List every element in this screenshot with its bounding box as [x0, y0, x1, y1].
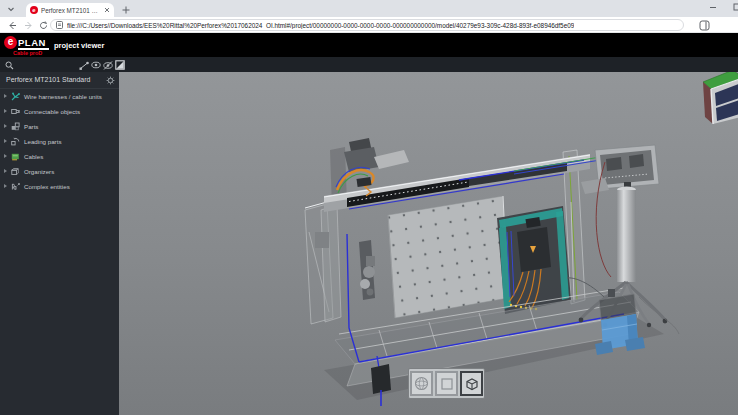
- new-tab-button[interactable]: [120, 4, 131, 15]
- reload-icon: [39, 21, 48, 30]
- eplan-logo-subtitle: Cable proD: [13, 50, 42, 56]
- leading-parts-icon: [11, 137, 20, 146]
- window-minimize-button[interactable]: [706, 1, 720, 13]
- sidebar-item-label: Wire harnesses / cable units: [24, 93, 102, 100]
- corner-cabinet: [703, 72, 738, 124]
- project-structure-panel: Perforex MT2101 Standard Wire harnesses …: [0, 72, 119, 415]
- search-button[interactable]: [4, 60, 14, 70]
- main-area: Perforex MT2101 Standard Wire harnesses …: [0, 72, 738, 415]
- isometric-view-button[interactable]: [460, 371, 483, 396]
- sidebar-item-label: Leading parts: [24, 138, 62, 145]
- view-mode-buttons: [408, 368, 485, 399]
- measure-button[interactable]: [79, 60, 89, 70]
- wire-harness-icon: [11, 92, 20, 101]
- machine-3d-scene: [119, 72, 738, 415]
- connectable-objects-icon: [11, 107, 20, 116]
- chevron-right-icon[interactable]: [4, 109, 7, 113]
- tab-title: Perforex MT2101 Standard: [41, 7, 101, 14]
- forward-arrow-icon: [24, 21, 33, 30]
- eplan-logo-e-icon: e: [4, 36, 17, 49]
- reload-button[interactable]: [37, 19, 49, 31]
- hide-all-button[interactable]: [103, 60, 113, 70]
- sidebar-item-leading-parts[interactable]: Leading parts: [0, 134, 119, 149]
- chevron-right-icon[interactable]: [4, 94, 7, 98]
- sidebar-item-label: Connectable objects: [24, 108, 80, 115]
- project-title-row: Perforex MT2101 Standard: [0, 72, 119, 89]
- sidebar-item-cables[interactable]: Cables: [0, 149, 119, 164]
- eplan-logo: e PLAN Cable proD: [4, 36, 52, 55]
- perspective-view-button[interactable]: [410, 371, 433, 396]
- sidebar-item-label: Parts: [24, 123, 38, 130]
- project-title: Perforex MT2101 Standard: [6, 76, 90, 83]
- tab-search-button[interactable]: [5, 3, 17, 15]
- sidebar-item-label: Complex entities: [24, 183, 70, 190]
- spindle-assembly: [359, 240, 375, 300]
- fit-view-icon: [115, 60, 125, 70]
- eplan-logo-text: PLAN: [18, 37, 46, 48]
- browser-tab-strip: e Perforex MT2101 Standard: [0, 0, 738, 17]
- electrical-cabinet: [497, 206, 571, 314]
- hide-all-icon: [103, 61, 113, 70]
- chevron-right-icon[interactable]: [4, 154, 7, 158]
- chevron-down-icon: [7, 5, 15, 13]
- eplan-favicon-icon: e: [30, 6, 38, 14]
- sidebar-item-organizers[interactable]: Organizers: [0, 164, 119, 179]
- organizers-icon: [11, 167, 20, 176]
- cables-icon: [11, 152, 20, 161]
- measure-icon: [79, 60, 89, 70]
- search-icon: [5, 61, 14, 70]
- complex-entities-icon: [11, 182, 20, 191]
- browser-toolbar: file:///C:/Users//Downloads/EES%20Rittal…: [0, 17, 738, 33]
- viewer-toolbar: [0, 57, 738, 72]
- url-text: file:///C:/Users//Downloads/EES%20Rittal…: [67, 22, 574, 29]
- address-bar[interactable]: file:///C:/Users//Downloads/EES%20Rittal…: [50, 19, 684, 31]
- sidebar-item-label: Cables: [24, 153, 43, 160]
- chevron-right-icon[interactable]: [4, 169, 7, 173]
- orthographic-view-button[interactable]: [435, 371, 458, 396]
- page-info-icon[interactable]: [56, 21, 63, 29]
- sidebar-item-complex-entities[interactable]: Complex entities: [0, 179, 119, 194]
- forward-button[interactable]: [22, 19, 34, 31]
- chevron-right-icon[interactable]: [4, 124, 7, 128]
- mounting-plate: [388, 196, 508, 318]
- sphere-view-icon: [414, 376, 429, 391]
- app-title: project viewer: [54, 41, 104, 50]
- side-panel-icon[interactable]: [699, 20, 710, 31]
- minimize-icon: [709, 3, 717, 11]
- browser-tab[interactable]: e Perforex MT2101 Standard: [26, 3, 114, 17]
- chevron-right-icon[interactable]: [4, 184, 7, 188]
- sidebar-item-wire-harnesses[interactable]: Wire harnesses / cable units: [0, 89, 119, 104]
- 3d-viewport[interactable]: [119, 72, 738, 415]
- back-arrow-icon: [8, 21, 17, 30]
- cube-view-icon: [464, 376, 480, 392]
- fit-view-button[interactable]: [115, 60, 125, 70]
- gear-icon[interactable]: [106, 76, 115, 85]
- sidebar-item-label: Organizers: [24, 168, 54, 175]
- show-all-icon: [91, 61, 101, 69]
- show-all-button[interactable]: [91, 60, 101, 70]
- tab-close-icon[interactable]: [104, 7, 110, 13]
- maximize-icon: [733, 3, 738, 11]
- sidebar-item-connectable-objects[interactable]: Connectable objects: [0, 104, 119, 119]
- chevron-right-icon[interactable]: [4, 139, 7, 143]
- back-button[interactable]: [6, 19, 18, 31]
- square-view-icon: [440, 377, 454, 391]
- parts-icon: [11, 122, 20, 131]
- plus-icon: [122, 6, 130, 14]
- window-maximize-button[interactable]: [730, 1, 738, 13]
- app-header: e PLAN Cable proD project viewer: [0, 33, 738, 57]
- sidebar-item-parts[interactable]: Parts: [0, 119, 119, 134]
